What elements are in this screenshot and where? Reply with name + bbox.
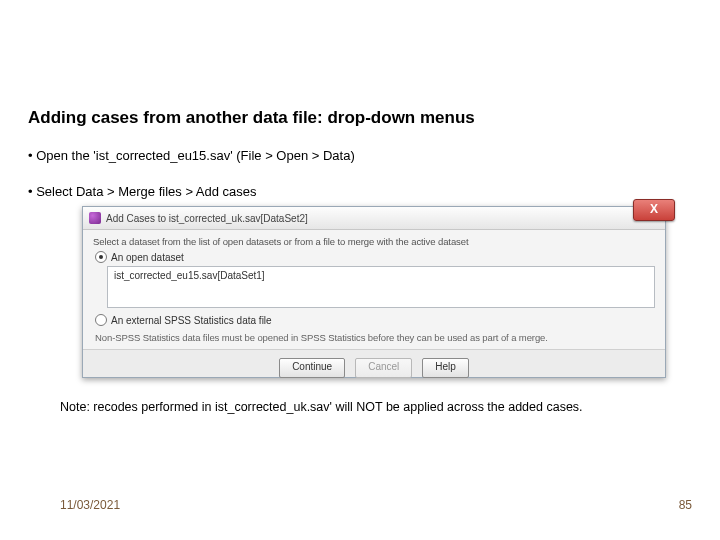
slide-note: Note: recodes performed in ist_corrected… bbox=[60, 400, 583, 414]
radio-icon bbox=[95, 314, 107, 326]
cancel-button[interactable]: Cancel bbox=[355, 358, 412, 378]
footer-page-number: 85 bbox=[679, 498, 692, 512]
close-button[interactable]: X bbox=[633, 199, 675, 221]
bullet-item: Open the 'ist_corrected_eu15.sav' (File … bbox=[28, 146, 355, 166]
bullet-item: Select Data > Merge files > Add cases bbox=[28, 182, 355, 202]
footer-date: 11/03/2021 bbox=[60, 498, 120, 512]
help-button[interactable]: Help bbox=[422, 358, 469, 378]
spss-app-icon bbox=[89, 212, 101, 224]
dialog-hint: Non-SPSS Statistics data files must be o… bbox=[95, 332, 655, 343]
open-datasets-listbox[interactable]: ist_corrected_eu15.sav[DataSet1] bbox=[107, 266, 655, 308]
list-item[interactable]: ist_corrected_eu15.sav[DataSet1] bbox=[112, 269, 650, 282]
radio-open-dataset[interactable]: An open dataset bbox=[95, 251, 655, 263]
dialog-instruction: Select a dataset from the list of open d… bbox=[93, 236, 655, 247]
radio-external-file[interactable]: An external SPSS Statistics data file bbox=[95, 314, 655, 326]
slide-title: Adding cases from another data file: dro… bbox=[28, 108, 475, 128]
dialog-titlebar: Add Cases to ist_corrected_uk.sav[DataSe… bbox=[83, 207, 665, 230]
dialog-button-bar: Continue Cancel Help bbox=[83, 349, 665, 377]
dialog-body: Select a dataset from the list of open d… bbox=[83, 230, 665, 347]
continue-button[interactable]: Continue bbox=[279, 358, 345, 378]
dialog-title: Add Cases to ist_corrected_uk.sav[DataSe… bbox=[106, 213, 308, 224]
radio-open-label: An open dataset bbox=[111, 252, 184, 263]
radio-icon bbox=[95, 251, 107, 263]
add-cases-dialog: Add Cases to ist_corrected_uk.sav[DataSe… bbox=[82, 206, 666, 378]
radio-external-label: An external SPSS Statistics data file bbox=[111, 315, 272, 326]
